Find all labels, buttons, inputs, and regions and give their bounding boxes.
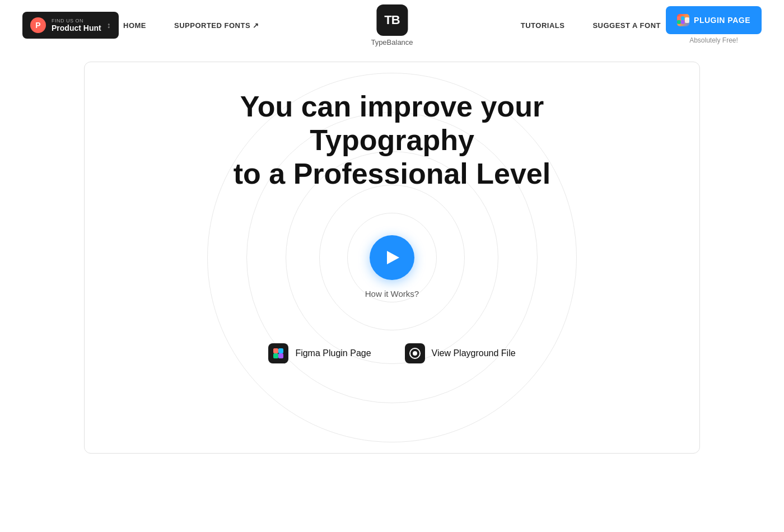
nav-tutorials[interactable]: TUTORIALS [521, 21, 565, 30]
playground-link[interactable]: View Playground File [405, 343, 516, 363]
playground-link-icon [405, 343, 425, 363]
plugin-page-label: PLUGIN PAGE [694, 16, 750, 25]
figma-plugin-icon [677, 14, 689, 26]
hero-section: You can improve your Typography to a Pro… [84, 62, 700, 454]
playground-link-label: View Playground File [432, 348, 516, 358]
nav-center-logo: TB TypeBalance [371, 4, 413, 46]
ph-name-label: Product Hunt [52, 24, 101, 32]
playground-circle-icon [409, 348, 421, 359]
plugin-page-button[interactable]: PLUGIN PAGE [666, 6, 762, 34]
figma-link-icon [268, 343, 288, 363]
navbar: P FIND US ON Product Hunt ↕ HOME SUPPORT… [0, 0, 784, 50]
nav-suggest-font[interactable]: SUGGEST A FONT [592, 21, 661, 30]
svg-rect-1 [681, 16, 685, 20]
play-area: How it Works? [365, 235, 419, 298]
product-hunt-badge[interactable]: P FIND US ON Product Hunt ↕ [22, 12, 119, 39]
tb-logo-initials: TB [384, 13, 399, 27]
svg-rect-4 [273, 348, 278, 353]
ph-arrow-icon: ↕ [107, 21, 111, 30]
play-button[interactable] [370, 235, 414, 280]
hero-title: You can improve your Typography to a Pro… [168, 90, 616, 190]
svg-rect-7 [278, 353, 283, 358]
svg-rect-5 [278, 348, 283, 353]
svg-rect-2 [677, 20, 681, 24]
play-triangle-icon [387, 251, 399, 264]
nav-supported-fonts[interactable]: SUPPORTED FONTS ↗ [174, 21, 259, 30]
figma-plugin-link[interactable]: Figma Plugin Page [268, 343, 371, 363]
figma-icon-svg [677, 16, 685, 25]
nav-home[interactable]: HOME [123, 21, 146, 30]
svg-rect-0 [677, 16, 681, 20]
svg-rect-3 [681, 20, 685, 24]
ph-text: FIND US ON Product Hunt [52, 18, 101, 32]
figma-link-label: Figma Plugin Page [295, 348, 371, 358]
playground-inner-dot [413, 351, 417, 356]
figma-link-svg [273, 348, 284, 359]
ph-logo-icon: P [30, 17, 46, 33]
how-it-works-label: How it Works? [365, 289, 419, 298]
nav-links-left: HOME SUPPORTED FONTS ↗ [123, 21, 259, 30]
tb-logo-name: TypeBalance [371, 38, 413, 46]
svg-rect-6 [273, 353, 278, 358]
ph-find-us-label: FIND US ON [52, 18, 101, 24]
bottom-links: Figma Plugin Page View Playground File [268, 343, 515, 363]
nav-right-section: PLUGIN PAGE Absolutely Free! [666, 6, 762, 44]
hero-title-line2: to a Professional Level [234, 157, 550, 190]
hero-title-line1: You can improve your Typography [240, 90, 544, 156]
plugin-sub-label: Absolutely Free! [689, 36, 738, 44]
nav-links-right: TUTORIALS SUGGEST A FONT [521, 21, 661, 30]
tb-logo-box: TB [376, 4, 408, 36]
